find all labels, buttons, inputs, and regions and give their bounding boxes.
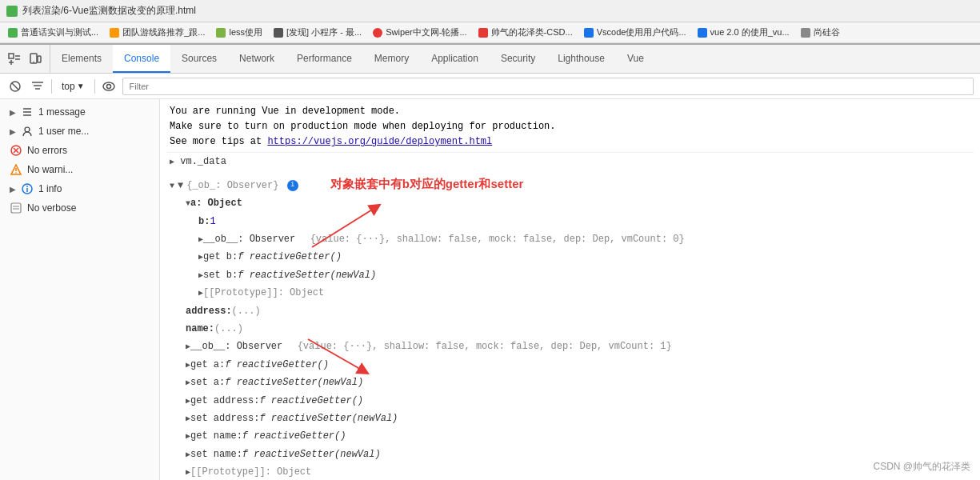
bookmark-item[interactable]: 尚硅谷	[796, 25, 845, 40]
expand-arrow-icon: ▶	[10, 127, 16, 136]
inspect-icon[interactable]	[6, 51, 22, 67]
tab-lighthouse[interactable]: Lighthouse	[546, 45, 616, 73]
prop-proto-a-label: [[Prototype]]: Object	[203, 285, 324, 301]
filter-icon-button[interactable]	[29, 78, 46, 95]
prop-ob-root-key: __ob__: Observer	[190, 338, 282, 354]
prop-get-name-key: get name:	[190, 428, 242, 444]
bookmark-item[interactable]: [发现] 小程序 - 最...	[269, 25, 366, 40]
tab-sources-label: Sources	[182, 53, 217, 64]
svg-point-13	[103, 82, 114, 90]
sidebar-messages-label: 1 message	[38, 106, 86, 118]
devtools-main-content: ▶ 1 message ▶ 1 user me...	[0, 99, 980, 480]
prop-ob-a-key: __ob__: Observer	[203, 231, 295, 247]
sidebar-item-verbose[interactable]: No verbose	[0, 198, 159, 218]
tab-memory[interactable]: Memory	[363, 45, 420, 73]
obj-set-b-line: ▶ set b: f reactiveSetter(newVal)	[170, 266, 970, 284]
ob-root-val: {value: {···}, shallow: false, mock: fal…	[286, 338, 671, 354]
prop-get-a-val: f reactiveGetter()	[225, 357, 329, 373]
bookmark-label: 团队游线路推荐_跟...	[122, 26, 205, 38]
obj-get-name-line: ▶ get name: f reactiveGetter()	[170, 427, 970, 445]
prop-set-address-key: set address:	[190, 410, 259, 426]
svg-point-18	[25, 127, 30, 132]
prop-proto-root-label: [[Prototype]]: Object	[190, 464, 311, 480]
svg-point-14	[106, 84, 110, 88]
tab-application[interactable]: Application	[420, 45, 490, 73]
prop-get-name-val: f reactiveGetter()	[242, 428, 346, 444]
bookmark-item[interactable]: Vscode使用用户代码...	[579, 25, 691, 40]
expand-triangle-icon[interactable]: ▶	[170, 158, 174, 166]
prop-get-b-key: get b:	[203, 249, 238, 265]
eye-icon-button[interactable]	[100, 78, 118, 95]
tab-security[interactable]: Security	[490, 45, 546, 73]
console-line-1: You are running Vue in development mode.	[170, 106, 400, 117]
prop-address-key: address:	[186, 303, 232, 319]
sidebar-item-info[interactable]: ▶ 1 info	[0, 179, 159, 198]
prop-name-key: name:	[186, 321, 214, 337]
clear-console-button[interactable]	[6, 78, 24, 95]
prop-get-address-val: f reactiveGetter()	[259, 393, 363, 409]
sidebar-item-errors[interactable]: No errors	[0, 141, 159, 160]
prop-set-name-key: set name:	[190, 446, 242, 462]
bookmark-item[interactable]: vue 2.0 的使用_vu...	[693, 25, 794, 40]
bookmark-icon	[274, 28, 283, 38]
sidebar-warnings-label: No warni...	[27, 164, 73, 175]
favicon-icon	[6, 6, 18, 17]
sidebar-item-user-messages[interactable]: ▶ 1 user me...	[0, 122, 159, 141]
warning-icon	[10, 163, 22, 176]
prop-set-a-val: f reactiveSetter(newVal)	[225, 374, 363, 390]
chevron-down-icon: ▼	[77, 82, 85, 90]
error-icon	[10, 144, 22, 157]
bookmark-item[interactable]: 普通话实训与测试...	[3, 25, 103, 40]
bookmark-item[interactable]: less使用	[211, 25, 267, 40]
devtools-toolbar-icons	[0, 45, 50, 73]
bookmark-item[interactable]: 团队游线路推荐_跟...	[105, 25, 210, 40]
obj-a-line: ▼ a: Object	[170, 194, 970, 212]
obj-root-line: ▼ ▼ {_ob_: Observer} i 对象嵌套中有b对应的getter和…	[170, 173, 970, 195]
bookmark-icon	[698, 28, 707, 38]
bookmark-item[interactable]: 帅气的花泽类-CSD...	[474, 25, 578, 40]
sidebar-item-warnings[interactable]: No warni...	[0, 160, 159, 179]
bookmark-label: 尚硅谷	[814, 26, 840, 38]
console-sidebar: ▶ 1 message ▶ 1 user me...	[0, 99, 160, 480]
object-tree: ▼ ▼ {_ob_: Observer} i 对象嵌套中有b对应的getter和…	[166, 171, 974, 480]
tab-network[interactable]: Network	[228, 45, 286, 73]
svg-point-7	[33, 61, 34, 62]
devtools-tabbar: Elements Console Sources Network Perform…	[0, 45, 980, 74]
svg-rect-6	[38, 56, 41, 62]
obj-ob-root-line: ▶ __ob__: Observer {value: {···}, shallo…	[170, 338, 970, 355]
prop-set-address-val: f reactiveSetter(newVal)	[259, 410, 398, 426]
info-icon	[21, 182, 34, 195]
info-badge: i	[287, 180, 298, 191]
svg-rect-28	[11, 203, 21, 213]
obj-proto-root-line: ▶ [[Prototype]]: Object	[170, 463, 970, 480]
bookmark-label: [发现] 小程序 - 最...	[286, 26, 362, 38]
tab-sources[interactable]: Sources	[170, 45, 228, 73]
expand-icon[interactable]: ▼	[170, 179, 174, 193]
tab-elements[interactable]: Elements	[50, 45, 113, 73]
watermark: CSDN @帅气的花泽类	[873, 460, 970, 474]
prop-a-key: a: Object	[190, 195, 242, 211]
filter-input[interactable]	[122, 78, 974, 95]
bookmark-label: less使用	[229, 26, 262, 38]
obj-root-label: {_ob_: Observer} i	[186, 178, 298, 194]
sidebar-item-messages[interactable]: ▶ 1 message	[0, 102, 159, 122]
page-title: 列表渲染/6-Vue监测数据改变的原理.html	[22, 4, 196, 18]
expand-arrow-icon: ▶	[10, 185, 16, 194]
context-selector[interactable]: top ▼	[57, 79, 90, 94]
device-icon[interactable]	[27, 51, 43, 67]
tab-performance[interactable]: Performance	[286, 45, 363, 73]
vm-data-line: ▶ vm._data	[166, 153, 974, 171]
user-icon	[21, 125, 34, 138]
console-link[interactable]: https://vuejs.org/guide/deployment.html	[267, 136, 492, 147]
svg-line-9	[12, 83, 18, 90]
expand-triangle-small[interactable]: ▼	[178, 178, 183, 194]
tab-memory-label: Memory	[374, 53, 409, 64]
prop-name-val: (...)	[214, 321, 243, 337]
tab-vue[interactable]: Vue	[616, 45, 655, 73]
bookmark-item[interactable]: Swiper中文网-轮播...	[368, 25, 471, 40]
tab-console[interactable]: Console	[113, 45, 170, 73]
prop-get-a-key: get a:	[190, 357, 225, 373]
obj-name-line: name: (...)	[170, 320, 970, 338]
bookmark-label: 普通话实训与测试...	[21, 26, 98, 38]
bookmark-icon	[584, 28, 594, 38]
